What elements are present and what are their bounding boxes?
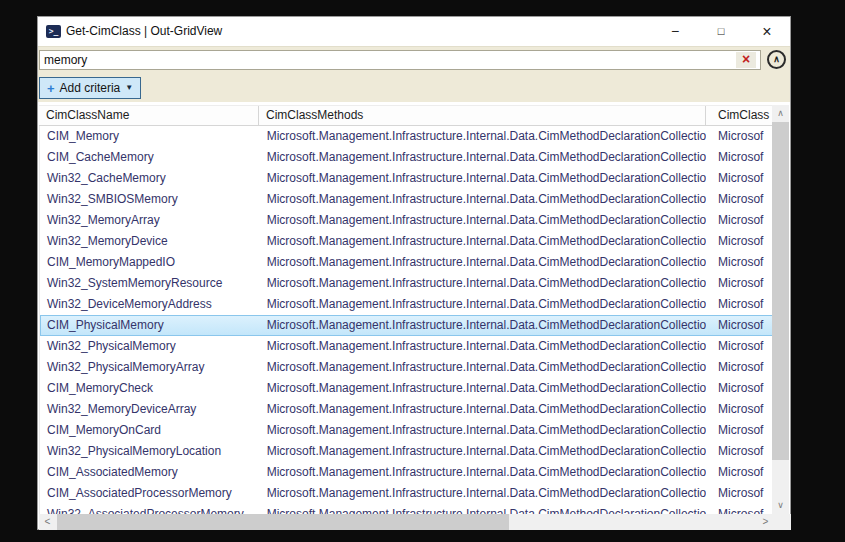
table-cell: Microsoft.Management.Infrastructure.Inte… (260, 315, 706, 336)
table-cell: Microsof (706, 315, 773, 336)
scroll-right-icon[interactable]: > (757, 514, 774, 530)
table-row[interactable]: Win32_SMBIOSMemoryMicrosoft.Management.I… (40, 189, 773, 210)
vertical-scrollbar[interactable]: ∧ ∨ (772, 105, 789, 514)
table-cell: CIM_AssociatedProcessorMemory (40, 483, 260, 504)
table-cell: Microsoft.Management.Infrastructure.Inte… (260, 420, 706, 441)
window-title: Get-CimClass | Out-GridView (66, 24, 222, 38)
table-cell: Microsoft.Management.Infrastructure.Inte… (260, 231, 706, 252)
table-cell: Win32_MemoryDevice (40, 231, 260, 252)
table-cell: CIM_MemoryOnCard (40, 420, 260, 441)
table-cell: Microsoft.Management.Infrastructure.Inte… (260, 504, 706, 514)
table-row[interactable]: CIM_PhysicalMemoryMicrosoft.Management.I… (40, 315, 773, 336)
table-cell: Microsoft.Management.Infrastructure.Inte… (260, 441, 706, 462)
table-cell: Microsof (706, 231, 773, 252)
table-cell: Microsof (706, 378, 773, 399)
column-header-cimclass[interactable]: CimClass (706, 106, 773, 125)
close-button[interactable]: × (744, 17, 790, 46)
maximize-button[interactable]: □ (698, 17, 744, 46)
table-cell: Microsoft.Management.Infrastructure.Inte… (260, 462, 706, 483)
table-cell: Microsof (706, 210, 773, 231)
table-cell: Microsof (706, 357, 773, 378)
collapse-filter-button[interactable]: ∧ (767, 50, 786, 69)
table-cell: Microsoft.Management.Infrastructure.Inte… (260, 294, 706, 315)
table-cell: Win32_PhysicalMemoryLocation (40, 441, 260, 462)
table-cell: Microsof (706, 147, 773, 168)
table-cell: Microsof (706, 420, 773, 441)
table-row[interactable]: CIM_CacheMemoryMicrosoft.Management.Infr… (40, 147, 773, 168)
horizontal-scrollbar[interactable]: < > (39, 514, 774, 530)
table-cell: Microsoft.Management.Infrastructure.Inte… (260, 147, 706, 168)
scroll-left-icon[interactable]: < (39, 514, 56, 530)
table-cell: Win32_AssociatedProcessorMemory (40, 504, 260, 514)
add-criteria-label: Add criteria (60, 81, 121, 95)
table-cell: CIM_AssociatedMemory (40, 462, 260, 483)
table-cell: Win32_PhysicalMemory (40, 336, 260, 357)
table-cell: Win32_PhysicalMemoryArray (40, 357, 260, 378)
table-cell: Win32_DeviceMemoryAddress (40, 294, 260, 315)
table-cell: Win32_MemoryDeviceArray (40, 399, 260, 420)
table-cell: Microsoft.Management.Infrastructure.Inte… (260, 273, 706, 294)
table-row[interactable]: Win32_DeviceMemoryAddressMicrosoft.Manag… (40, 294, 773, 315)
table-cell: Microsof (706, 441, 773, 462)
table-cell: CIM_MemoryMappedIO (40, 252, 260, 273)
table-cell: Microsof (706, 294, 773, 315)
table-cell: CIM_PhysicalMemory (40, 315, 260, 336)
table-row[interactable]: Win32_PhysicalMemoryMicrosoft.Management… (40, 336, 773, 357)
table-cell: CIM_Memory (40, 126, 260, 147)
table-cell: Microsof (706, 189, 773, 210)
table-row[interactable]: CIM_AssociatedMemoryMicrosoft.Management… (40, 462, 773, 483)
table-row[interactable]: CIM_MemoryMappedIOMicrosoft.Management.I… (40, 252, 773, 273)
table-cell: Microsof (706, 336, 773, 357)
table-cell: Microsoft.Management.Infrastructure.Inte… (260, 483, 706, 504)
table-cell: CIM_CacheMemory (40, 147, 260, 168)
table-cell: Win32_SystemMemoryResource (40, 273, 260, 294)
table-cell: Microsof (706, 126, 773, 147)
table-row[interactable]: Win32_MemoryArrayMicrosoft.Management.In… (40, 210, 773, 231)
horizontal-scrollbar-thumb[interactable] (57, 514, 509, 530)
title-bar[interactable]: >_ Get-CimClass | Out-GridView − □ × (38, 17, 790, 46)
grid-rows: CIM_MemoryMicrosoft.Management.Infrastru… (39, 126, 773, 514)
plus-icon: + (47, 82, 55, 95)
minimize-button[interactable]: − (652, 17, 698, 46)
table-cell: Microsoft.Management.Infrastructure.Inte… (260, 336, 706, 357)
table-cell: Microsof (706, 483, 773, 504)
table-cell: Microsof (706, 252, 773, 273)
out-gridview-window: >_ Get-CimClass | Out-GridView − □ × × ∧… (37, 16, 791, 530)
scroll-down-icon[interactable]: ∨ (772, 497, 789, 514)
vertical-scrollbar-thumb[interactable] (772, 122, 789, 460)
table-row[interactable]: Win32_AssociatedProcessorMemoryMicrosoft… (40, 504, 773, 514)
table-row[interactable]: Win32_PhysicalMemoryLocationMicrosoft.Ma… (40, 441, 773, 462)
table-row[interactable]: Win32_MemoryDeviceArrayMicrosoft.Managem… (40, 399, 773, 420)
grid-area: CimClassName CimClassMethods CimClass CI… (38, 102, 790, 514)
table-row[interactable]: CIM_AssociatedProcessorMemoryMicrosoft.M… (40, 483, 773, 504)
filter-input[interactable] (39, 50, 761, 70)
table-row[interactable]: Win32_MemoryDeviceMicrosoft.Management.I… (40, 231, 773, 252)
add-criteria-button[interactable]: + Add criteria ▼ (39, 77, 141, 99)
table-row[interactable]: Win32_SystemMemoryResourceMicrosoft.Mana… (40, 273, 773, 294)
table-cell: Microsoft.Management.Infrastructure.Inte… (260, 378, 706, 399)
table-cell: Microsof (706, 462, 773, 483)
powershell-icon: >_ (46, 25, 61, 38)
table-cell: Microsoft.Management.Infrastructure.Inte… (260, 189, 706, 210)
filter-panel: × ∧ + Add criteria ▼ (38, 46, 790, 102)
table-cell: Microsof (706, 399, 773, 420)
scroll-up-icon[interactable]: ∧ (772, 105, 789, 122)
clear-filter-icon[interactable]: × (736, 52, 756, 68)
table-row[interactable]: Win32_PhysicalMemoryArrayMicrosoft.Manag… (40, 357, 773, 378)
table-cell: Microsof (706, 273, 773, 294)
table-row[interactable]: Win32_CacheMemoryMicrosoft.Management.In… (40, 168, 773, 189)
column-header-cimclassmethods[interactable]: CimClassMethods (259, 106, 706, 125)
table-row[interactable]: CIM_MemoryOnCardMicrosoft.Management.Inf… (40, 420, 773, 441)
table-cell: Microsof (706, 168, 773, 189)
table-cell: Win32_MemoryArray (40, 210, 260, 231)
grid-header: CimClassName CimClassMethods CimClass (39, 105, 773, 126)
table-cell: CIM_MemoryCheck (40, 378, 260, 399)
table-cell: Microsof (706, 504, 773, 514)
table-row[interactable]: CIM_MemoryMicrosoft.Management.Infrastru… (40, 126, 773, 147)
chevron-down-icon: ▼ (125, 84, 133, 92)
table-row[interactable]: CIM_MemoryCheckMicrosoft.Management.Infr… (40, 378, 773, 399)
table-cell: Microsoft.Management.Infrastructure.Inte… (260, 126, 706, 147)
scrollbar-corner (774, 514, 791, 530)
desktop: { "window": { "title": "Get-CimClass | O… (0, 0, 845, 542)
column-header-cimclassname[interactable]: CimClassName (39, 106, 259, 125)
